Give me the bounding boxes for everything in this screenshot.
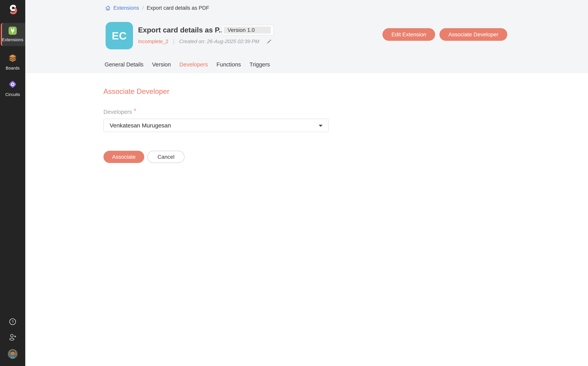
- boards-icon: [8, 54, 17, 62]
- developers-panel: Associate Developer Developers* Venkates…: [25, 73, 588, 163]
- status-separator: |: [173, 38, 174, 45]
- breadcrumb-link-extensions[interactable]: Extensions: [113, 5, 139, 11]
- home-icon[interactable]: [105, 5, 111, 11]
- page-title: Export card details as P...: [138, 26, 225, 35]
- chevron-down-icon: [319, 125, 322, 127]
- associate-developer-button[interactable]: Associate Developer: [439, 28, 507, 41]
- status-row: Incomplete_2 | Created on: 26-Aug-2025 0…: [138, 38, 271, 45]
- pencil-icon: [266, 39, 271, 44]
- header-actions: Edit Extension Associate Developer: [383, 28, 507, 41]
- sidebar-item-circuits[interactable]: Circuits: [0, 80, 25, 97]
- extensions-icon: [8, 27, 17, 35]
- add-user-icon: [9, 333, 16, 341]
- developers-dropdown-value: Venkatesan Murugesan: [110, 122, 171, 129]
- breadcrumb-current: Export card details as PDF: [147, 5, 209, 11]
- sprints-logo-icon: [7, 3, 19, 16]
- tab-general-details[interactable]: General Details: [105, 61, 143, 70]
- version-chip: Version 1.0: [224, 27, 271, 34]
- add-user-button[interactable]: [0, 333, 25, 342]
- page-header: Extensions / Export card details as PDF …: [25, 0, 588, 73]
- main-area: Extensions / Export card details as PDF …: [25, 0, 588, 366]
- tab-version[interactable]: Version: [152, 61, 171, 70]
- developers-dropdown[interactable]: Venkatesan Murugesan: [103, 119, 329, 132]
- tab-functions[interactable]: Functions: [216, 61, 241, 70]
- user-avatar[interactable]: [0, 349, 25, 360]
- svg-text:?: ?: [12, 320, 14, 324]
- sidebar: Extensions Boards Circuits ?: [0, 0, 25, 366]
- sprints-logo[interactable]: [7, 3, 19, 16]
- sidebar-item-label: Boards: [0, 66, 25, 71]
- sidebar-item-label: Extensions: [0, 37, 25, 42]
- form-actions: Associate Cancel: [103, 151, 588, 163]
- sidebar-item-extensions[interactable]: Extensions: [0, 23, 25, 46]
- edit-extension-button[interactable]: Edit Extension: [383, 28, 435, 41]
- sidebar-item-label: Circuits: [0, 92, 25, 97]
- status-badge: Incomplete_2: [138, 38, 168, 45]
- developers-field-label: Developers*: [103, 109, 588, 115]
- extension-avatar-initials: EC: [112, 30, 127, 42]
- tab-bar: General Details Version Developers Funct…: [105, 61, 270, 70]
- extension-avatar: EC: [106, 22, 133, 49]
- circuits-icon: [8, 80, 17, 89]
- created-timestamp: Created on: 26-Aug-2025 02:39 PM: [179, 38, 259, 45]
- tab-triggers[interactable]: Triggers: [250, 61, 270, 70]
- breadcrumb: Extensions / Export card details as PDF: [105, 5, 209, 11]
- section-heading: Associate Developer: [103, 88, 588, 95]
- help-icon: ?: [9, 318, 16, 325]
- required-asterisk: *: [134, 107, 136, 114]
- user-avatar-photo: [8, 349, 17, 359]
- breadcrumb-separator: /: [142, 5, 144, 11]
- sidebar-item-boards[interactable]: Boards: [0, 54, 25, 71]
- cancel-button[interactable]: Cancel: [147, 151, 185, 163]
- edit-description-button[interactable]: [266, 39, 271, 44]
- associate-submit-button[interactable]: Associate: [103, 151, 144, 163]
- help-button[interactable]: ?: [0, 318, 25, 326]
- tab-developers[interactable]: Developers: [180, 61, 208, 70]
- version-selector[interactable]: Version 1.0: [222, 25, 274, 35]
